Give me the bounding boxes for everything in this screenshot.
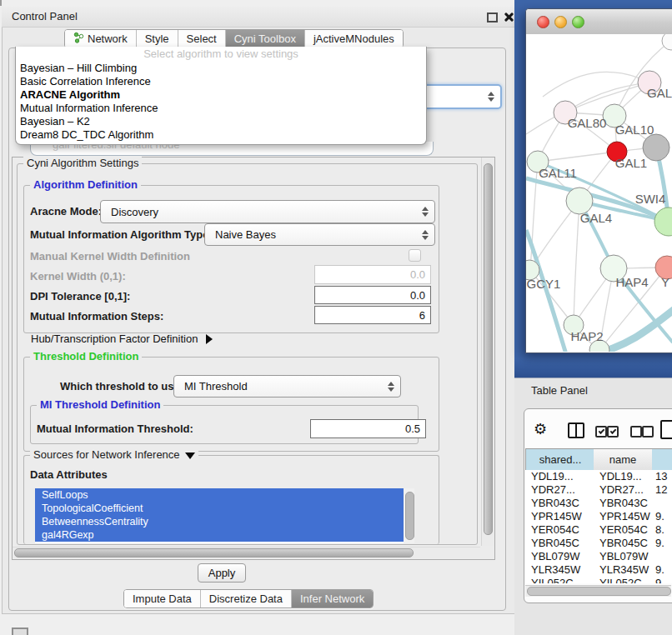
tab-cyni-toolbox[interactable]: Cyni Toolbox <box>226 30 305 48</box>
table-cell: YDL19... <box>525 470 594 483</box>
list-scrollbar-thumb[interactable] <box>405 492 414 540</box>
group-title: Sources for Network Inference <box>30 448 198 461</box>
bottom-tab-discretize-data[interactable]: Discretize Data <box>201 590 292 608</box>
data-attribute-item[interactable]: TopologicalCoefficient <box>35 502 404 515</box>
group-title: Threshold Definition <box>30 350 142 362</box>
inference-algorithm-combobox[interactable] <box>421 84 502 109</box>
table-row[interactable]: YER054CYER054C8. <box>525 523 672 537</box>
column-header-clipped[interactable] <box>652 448 672 471</box>
network-node-label: HAP2 <box>570 329 603 343</box>
apply-button[interactable]: Apply <box>198 563 246 582</box>
horizontal-scrollbar-thumb[interactable] <box>14 548 414 558</box>
network-view-window[interactable]: GALGAL80GAL10GAL1GAL11GAL4SWI4GCY1HAP4YH… <box>525 8 672 353</box>
select-all-checkbox-icon[interactable] <box>595 426 607 438</box>
document-icon[interactable] <box>660 420 672 439</box>
table-row[interactable]: YBR043CYBR043C <box>525 497 672 510</box>
table-cell <box>652 550 672 563</box>
group-title: MI Threshold Definition <box>37 398 163 411</box>
tab-label: Discretize Data <box>209 592 283 605</box>
popup-item-list: Bayesian – Hill ClimbingBasic Correlatio… <box>16 62 426 142</box>
minimize-traffic-light-icon[interactable] <box>554 16 567 28</box>
tab-label: Network <box>88 32 128 45</box>
column-header-label: shared... <box>539 453 582 466</box>
tab-select[interactable]: Select <box>178 30 226 48</box>
table-cell: YER054C <box>594 523 652 537</box>
bottom-tab-impute-data[interactable]: Impute Data <box>124 590 201 608</box>
table-row[interactable]: YPR145WYPR145W9. <box>525 510 672 523</box>
table-row[interactable]: YBR045CYBR045C9. <box>525 537 672 550</box>
data-attribute-item[interactable]: SelfLoops <box>35 488 404 502</box>
table-row[interactable]: YLR345WYLR345W9. <box>525 563 672 577</box>
algorithm-option[interactable]: ARACNE Algorithm <box>16 88 426 102</box>
float-window-icon[interactable] <box>487 12 498 22</box>
column-header-name[interactable]: name <box>594 448 653 471</box>
table-row[interactable]: YIL052CYIL052C9. <box>525 577 672 583</box>
network-edge[interactable] <box>574 201 579 325</box>
columns-icon[interactable] <box>568 422 584 438</box>
kernel-width-input[interactable]: 0.0 <box>314 265 431 284</box>
tab-style[interactable]: Style <box>137 30 178 48</box>
cyni-mode-tabs: Impute DataDiscretize DataInfer Network <box>123 589 374 608</box>
algorithm-dropdown-popup: Select algorithm to view settings Bayesi… <box>15 47 427 145</box>
tab-label: jActiveMNodules <box>313 32 394 45</box>
dpi-tolerance-value: 0.0 <box>410 289 425 302</box>
network-canvas[interactable]: GALGAL80GAL10GAL1GAL11GAL4SWI4GCY1HAP4YH… <box>526 34 672 352</box>
dpi-tolerance-input[interactable]: 0.0 <box>314 286 431 304</box>
network-edge-highlighted[interactable] <box>526 230 566 352</box>
stepper-arrows-icon <box>388 382 394 392</box>
data-attributes-list[interactable]: SelfLoopsTopologicalCoefficientBetweenne… <box>35 488 404 543</box>
algorithm-option[interactable]: Basic Correlation Inference <box>16 75 426 88</box>
which-threshold-combobox[interactable]: MI Threshold <box>173 375 401 398</box>
table-panel-title: Table Panel <box>531 384 588 397</box>
hub-transcription-factor-expander[interactable]: Hub/Transcription Factor Definition <box>31 332 213 345</box>
manual-kernel-width-checkbox[interactable] <box>409 249 421 262</box>
table-cell <box>652 497 672 510</box>
algorithm-option[interactable]: Dream8 DC_TDC Algorithm <box>16 128 426 142</box>
network-window-titlebar[interactable] <box>526 9 672 35</box>
hub-expander-label: Hub/Transcription Factor Definition <box>31 332 198 345</box>
tab-network[interactable]: Network <box>65 30 137 48</box>
table-cell: YLR345W <box>594 563 652 577</box>
bottom-tab-infer-network[interactable]: Infer Network <box>292 590 373 608</box>
mi-algorithm-type-combobox[interactable]: Naive Bayes <box>204 223 435 246</box>
deselect-all-checkbox-icon[interactable] <box>642 426 654 438</box>
algorithm-option[interactable]: Bayesian – K2 <box>16 115 426 128</box>
table-row[interactable]: YDR27...YDR27...12 <box>525 483 672 497</box>
column-header-shared-name[interactable]: shared... <box>525 448 595 471</box>
data-attribute-item[interactable]: BetweennessCentrality <box>35 515 404 528</box>
tab-label: Impute Data <box>133 592 192 605</box>
table-horizontal-scrollbar-thumb[interactable] <box>527 587 671 596</box>
mi-threshold-input[interactable]: 0.5 <box>310 419 426 438</box>
table-row[interactable]: YDL19...YDL19...13 <box>525 470 672 483</box>
close-icon[interactable] <box>504 12 514 22</box>
network-node[interactable] <box>662 34 672 50</box>
vertical-scrollbar-thumb[interactable] <box>484 163 493 535</box>
network-node-label: HAP4 <box>615 275 648 289</box>
apply-label: Apply <box>208 567 236 579</box>
algorithm-option[interactable]: Bayesian – Hill Climbing <box>16 62 426 75</box>
minimized-panel-icon[interactable] <box>12 628 28 635</box>
select-all-checkbox-icon[interactable] <box>607 426 619 438</box>
table-cell: YDR27... <box>525 483 594 497</box>
aracne-mode-combobox[interactable]: Discovery <box>100 200 435 223</box>
deselect-all-checkbox-icon[interactable] <box>630 426 642 438</box>
algorithm-option[interactable]: Mutual Information Inference <box>16 102 426 115</box>
mi-steps-value: 6 <box>419 309 425 322</box>
group-title: Algorithm Definition <box>30 178 141 191</box>
tab-label: Style <box>145 32 169 45</box>
tab-jactivemnodules[interactable]: jActiveMNodules <box>305 30 403 48</box>
network-node[interactable] <box>654 208 672 236</box>
table-row[interactable]: YBL079WYBL079W <box>525 550 672 563</box>
mi-steps-input[interactable]: 6 <box>314 306 431 324</box>
table-cell: 8. <box>652 523 672 537</box>
zoom-traffic-light-icon[interactable] <box>572 16 584 28</box>
data-attribute-item[interactable]: gal4RGexp <box>35 528 404 542</box>
network-edge[interactable] <box>538 152 617 162</box>
gear-icon[interactable]: ⚙ <box>534 422 547 437</box>
close-traffic-light-icon[interactable] <box>537 16 549 28</box>
which-threshold-value: MI Threshold <box>184 380 248 392</box>
table-body: YDL19...YDL19...13YDR27...YDR27...12YBR0… <box>525 470 672 583</box>
table-cell: YPR145W <box>525 510 594 523</box>
network-node-label: SWI4 <box>635 192 666 206</box>
expander-expanded-icon[interactable] <box>185 452 195 459</box>
